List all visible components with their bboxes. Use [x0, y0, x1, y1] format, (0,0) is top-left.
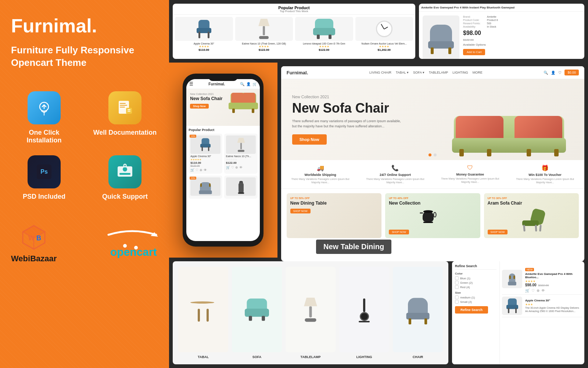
cat-4-name: CHAIR	[413, 355, 423, 359]
mini-prod-1-name: Apple Cinema 30"	[525, 299, 582, 302]
desktop-nav-actions: 🔍 👤 ♡ $0.00	[544, 70, 579, 75]
phone-cart-icon-1[interactable]: 🛒	[226, 166, 230, 169]
category-grid: TABAL SOFA TABLELAMP	[173, 261, 448, 364]
promo-2-tag: UP TO 30% OFF	[488, 197, 575, 199]
nav-link-2[interactable]: SOFA ▾	[413, 71, 424, 74]
top-prod-armchair: Lenovo Ideapad 100 Core i3 7th Gen ★★★★ …	[295, 17, 353, 52]
desktop-hero-content: New Collection 2021 New Sofa Chair There…	[292, 95, 445, 145]
psd-icon: Ps	[28, 155, 61, 188]
phone-shop-btn[interactable]: Shop Now	[190, 104, 208, 109]
prod-detail-price: $98.00	[463, 30, 581, 36]
cat-chair-img	[393, 267, 443, 352]
nav-link-0[interactable]: LIVING CHAIR	[369, 71, 391, 74]
feature-documentation: Well Documentation	[92, 91, 158, 144]
color-filters: Color Blue (1) Green (2) Red (4)	[455, 272, 496, 289]
nav-link-1[interactable]: TABAL ▾	[396, 71, 409, 74]
phone-prod-1-name: Ealme Narzo 10 (Th...	[226, 155, 256, 158]
mp-compare-icon[interactable]: ⊕	[537, 289, 539, 293]
documentation-icon	[108, 91, 141, 124]
svg-rect-4	[120, 103, 126, 104]
color-label: Color	[455, 272, 496, 275]
cat-chair: CHAIR	[393, 267, 443, 359]
phone-prod-0-price: $110.00	[190, 161, 220, 164]
nav-link-5[interactable]: MORE	[473, 71, 483, 74]
mini-prod-1-desc: The 30-inch Apple Cinema HD Display Deli…	[525, 306, 582, 313]
nav-link-4[interactable]: LIGHTING	[452, 71, 468, 74]
phone-wish-icon-0[interactable]: ♡	[196, 168, 198, 172]
phone-badge-0: 10%	[190, 135, 196, 138]
cat-sofa: SOFA	[232, 267, 282, 359]
df-guarantee-desc: There Many Variations Passages Lorem Ips…	[436, 177, 504, 184]
mp-eye-icon[interactable]: 👁	[541, 289, 545, 293]
phone-cart-icon-0[interactable]: 🛒	[190, 168, 194, 172]
right-panel: Popular Product Top Product This Week Ap…	[169, 0, 588, 368]
phone-eye-icon-0[interactable]: 👁	[204, 168, 207, 172]
mini-prod-0-old: $322.00	[538, 284, 549, 287]
dot-1[interactable]	[429, 153, 431, 156]
df-guarantee-title: Money Guarantee	[456, 173, 484, 176]
mini-prod-1-info: Apple Cinema 30" ★★★ The 30-inch Apple C…	[525, 299, 582, 313]
left-panel: Furnimal. Furniture Fully Responsive Ope…	[0, 0, 169, 368]
phone-hero-title: New Sofa Chair	[190, 96, 256, 101]
nav-link-3[interactable]: TABLELAMP	[429, 71, 448, 74]
phone-prod-1-price: $122.00	[226, 161, 256, 164]
desktop-hero-title: New Sofa Chair	[292, 101, 445, 116]
top-prod-2-stars: ★★★★	[295, 45, 353, 48]
mini-prod-1: Apple Cinema 30" ★★★ The 30-inch Apple C…	[502, 295, 582, 317]
nav-user-icon[interactable]: 👤	[551, 71, 555, 75]
color-opt-1: Green (2)	[455, 281, 496, 284]
product-detail-screenshot: Amkette Evo Gamepad Pro 4 With Instant P…	[419, 4, 584, 59]
phone-prod-3-img	[226, 177, 256, 196]
top-prod-chair-img	[175, 17, 233, 41]
color-opt-0: Blue (1)	[455, 276, 496, 280]
svg-text:W: W	[28, 234, 35, 242]
color-check-0[interactable]	[455, 276, 459, 280]
promo-1-title: New Collection	[389, 201, 476, 206]
promo-1-btn[interactable]: SHOP NOW	[389, 230, 409, 234]
phone-compare-icon-1[interactable]: ⊕	[235, 166, 238, 169]
add-to-cart-btn[interactable]: Add to Cart	[463, 49, 485, 55]
size-opt-1: Small (2)	[455, 300, 496, 304]
refine-btn[interactable]: Refine Search	[455, 306, 488, 314]
features-grid: One Click Installation Well Documentatio…	[11, 91, 158, 201]
new-table-dining-label: New Table Dining	[316, 240, 391, 254]
top-prod-3-stars: ★★★★	[355, 45, 413, 48]
cat-lighting-img	[339, 267, 389, 352]
phone-eye-icon-1[interactable]: 👁	[239, 166, 243, 169]
support-icon	[108, 155, 141, 188]
cat-tablelamp: TABLELAMP	[286, 267, 336, 359]
color-opt-2: Red (4)	[455, 285, 496, 289]
promo-0-btn[interactable]: SHOP NOW	[290, 209, 311, 213]
nav-cart-btn[interactable]: $0.00	[564, 70, 579, 75]
top-prod-1-name: Ealme Narzo 10 (That Green, 128 GB)	[235, 42, 293, 45]
dot-2[interactable]	[434, 153, 437, 156]
promo-2-btn[interactable]: SHOP NOW	[488, 230, 508, 234]
cat-tabal-img	[178, 267, 228, 352]
mp-wish-icon[interactable]: ♡	[531, 289, 535, 293]
size-check-0[interactable]	[455, 296, 459, 299]
svg-point-13	[123, 167, 127, 171]
nav-search-icon[interactable]: 🔍	[544, 71, 548, 75]
mp-cart-icon[interactable]: 🛒	[525, 289, 530, 293]
top-prod-armchair-img	[295, 17, 353, 41]
df-shipping: 🚚 Worldwide Shipping There Many Variatio…	[287, 164, 354, 184]
nav-wishlist-icon[interactable]: ♡	[558, 71, 562, 75]
desktop-shop-btn[interactable]: Shop Now	[292, 134, 327, 145]
phone-compare-icon-0[interactable]: ⊕	[200, 168, 202, 172]
bottom-logos: W B WebiBazaar opencart	[11, 223, 158, 263]
color-check-1[interactable]	[455, 281, 459, 284]
product-detail-card: Brand:Amkette Product Code:Product 8 Rew…	[419, 12, 584, 59]
phone-wish-icon-1[interactable]: ♡	[231, 166, 234, 169]
size-opt-0: medium (1)	[455, 296, 496, 299]
size-label: Size	[455, 291, 496, 294]
desktop-area: Furnimal. LIVING CHAIR TABAL ▾ SOFA ▾ TA…	[281, 66, 584, 261]
top-prod-0-name: Apple Cinema 30"	[175, 42, 233, 45]
promo-dining: UP TO 50% OFF New Dining Table SHOP NOW	[287, 193, 381, 238]
mini-prod-0-name: Amkette Evo Gamepad Pro 4 With Bluetoo..…	[525, 272, 582, 279]
color-check-2[interactable]	[455, 285, 459, 289]
phone-nav-icons: 🔍 👤 🛒	[240, 82, 257, 86]
size-check-1[interactable]	[455, 300, 459, 304]
df-support-desc: There Many Variations Passages Lorem Ips…	[362, 177, 429, 184]
phone-mockup: ☰ Furnimal. 🔍 👤 🛒 New Collection 2021 Ne…	[183, 74, 263, 247]
phone-product-0: 10% Apple Cinema 30" ★★★★★ $110.00	[189, 134, 222, 174]
